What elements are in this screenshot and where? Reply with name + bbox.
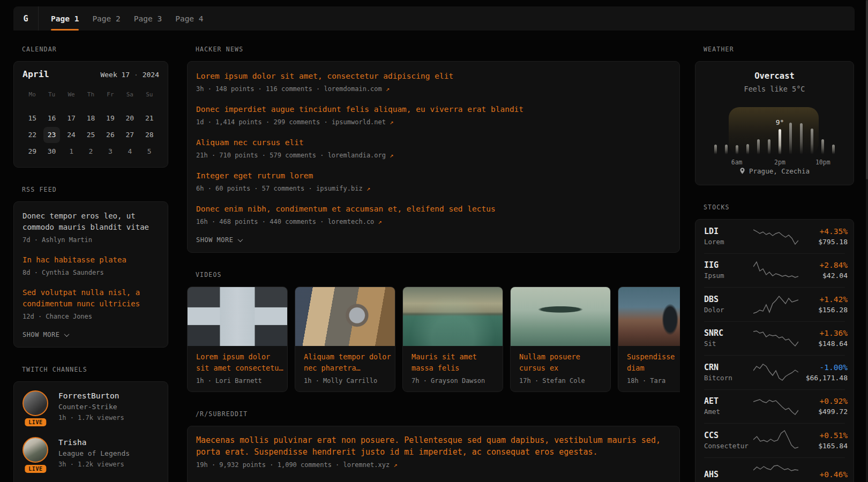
stock-row[interactable]: AHS +0.46% xyxy=(704,458,845,482)
stock-row[interactable]: DBS Dolor +1.42% $156.28 xyxy=(704,288,845,322)
calendar-day: 29 xyxy=(24,144,40,160)
stock-price: $165.84 xyxy=(798,441,848,451)
weather-location-text: Prague, Czechia xyxy=(749,167,810,175)
stock-ticker: IIG xyxy=(704,260,753,270)
hackernews-item-domain[interactable]: loremlandia.org xyxy=(328,152,386,159)
page-tab[interactable]: Page 3 xyxy=(134,6,162,31)
rss-section: RSS FEED Donec tempor eros leo, ut commo… xyxy=(13,186,168,348)
stock-id: CRN Bitcorn xyxy=(704,362,753,383)
hackernews-item-meta: 21h · 710 points · 579 comments · loreml… xyxy=(196,150,671,160)
hackernews-item-title[interactable]: Integer eget rutrum lorem xyxy=(196,170,671,182)
hackernews-item-domain[interactable]: ipsumify.biz xyxy=(316,185,363,192)
stock-name: Ipsum xyxy=(704,270,753,281)
hackernews-item: Donec imperdiet augue tincidunt felis al… xyxy=(196,103,671,127)
sparkline-chart xyxy=(753,225,798,247)
stock-row[interactable]: LDI Lorem +4.35% $795.18 xyxy=(704,220,845,254)
calendar-day: 25 xyxy=(83,127,99,143)
external-link-icon: ↗ xyxy=(390,152,393,159)
stock-change: +2.84% xyxy=(798,260,848,270)
rss-item-title[interactable]: In hac habitasse platea xyxy=(23,254,159,266)
video-card[interactable]: Nullam posuere cursus ex 17h · Stefan Co… xyxy=(510,287,611,392)
hackernews-item-title[interactable]: Lorem ipsum dolor sit amet, consectetur … xyxy=(196,70,671,82)
rss-show-more-button[interactable]: SHOW MORE xyxy=(23,331,159,338)
show-more-label: SHOW MORE xyxy=(23,331,60,338)
current-temp-label: 9° xyxy=(776,119,784,126)
stock-row[interactable]: CCS Consectetur +0.51% $165.84 xyxy=(704,424,845,458)
video-card[interactable]: Mauris sit amet massa felis 7h · Grayson… xyxy=(402,287,503,392)
calendar-day: 21 xyxy=(141,110,158,126)
twitch-channel-name[interactable]: Trisha xyxy=(58,437,130,448)
stock-sparkline xyxy=(753,225,798,247)
video-title[interactable]: Aliquam tempor dolor nec pharetra… xyxy=(295,346,395,374)
videos-section: VIDEOS Lorem ipsum dolor sit amet consec… xyxy=(187,271,680,392)
calendar-day: 2 xyxy=(83,144,99,160)
hackernews-item-title[interactable]: Donec enim nibh, condimentum et accumsan… xyxy=(196,203,671,215)
video-title-line2: nec pharetra… xyxy=(304,363,386,374)
rss-item-title[interactable]: Donec tempor eros leo, ut commodo mauris… xyxy=(23,210,159,233)
middle-column: HACKER NEWS Lorem ipsum dolor sit amet, … xyxy=(187,46,680,482)
subreddit-item: Maecenas mollis pulvinar erat non posuer… xyxy=(196,435,671,470)
video-card[interactable]: Suspendisse diam 18h · Tara xyxy=(618,287,680,392)
calendar-day: 4 xyxy=(122,144,138,160)
video-thumbnail[interactable] xyxy=(511,287,610,346)
weather-temp-bar xyxy=(746,144,749,154)
rss-item: In hac habitasse platea 8d · Cynthia Sau… xyxy=(23,254,159,277)
video-title[interactable]: Suspendisse diam xyxy=(618,346,680,374)
hackernews-item-domain[interactable]: ipsumworld.net xyxy=(332,118,386,126)
hackernews-item-stats: 21h · 710 points · 579 comments · xyxy=(196,152,328,159)
hackernews-show-more-button[interactable]: SHOW MORE xyxy=(196,236,671,244)
video-title[interactable]: Lorem ipsum dolor sit amet consectetu… xyxy=(188,346,287,374)
external-link-icon: ↗ xyxy=(366,185,370,192)
weather-hour-slot xyxy=(798,105,805,154)
stock-row[interactable]: SNRC Sit +1.36% $148.64 xyxy=(704,322,845,356)
video-thumbnail[interactable] xyxy=(403,287,503,346)
stock-change: +1.36% xyxy=(798,328,848,338)
subreddit-item-title[interactable]: Maecenas mollis pulvinar erat non posuer… xyxy=(196,435,671,458)
location-pin-icon xyxy=(739,168,745,175)
stock-change: +0.46% xyxy=(798,469,848,480)
twitch-widget: LIVE ForrestBurton Counter-Strike 1h · 1… xyxy=(13,381,168,482)
video-meta: 18h · Tara xyxy=(618,374,680,391)
stock-price: $499.72 xyxy=(798,406,848,417)
hackernews-widget: Lorem ipsum dolor sit amet, consectetur … xyxy=(187,61,680,253)
rss-item-title[interactable]: Sed volutpat nulla nisl, a condimentum n… xyxy=(23,287,159,310)
twitch-channel-row[interactable]: LIVE Trisha League of Legends 3h · 1.2k … xyxy=(23,437,159,470)
stock-row[interactable]: IIG Ipsum +2.84% $42.04 xyxy=(704,254,845,288)
stock-id: SNRC Sit xyxy=(704,328,753,349)
rss-widget: Donec tempor eros leo, ut commodo mauris… xyxy=(13,201,168,348)
stock-values: +0.51% $165.84 xyxy=(798,430,848,451)
left-column: CALENDAR April Week 17 · 2024 Mo Tu We T… xyxy=(13,46,168,482)
hackernews-item-domain[interactable]: loremdomain.com xyxy=(324,85,381,93)
twitch-channel-name[interactable]: ForrestBurton xyxy=(58,390,124,401)
subreddit-section: /R/SUBREDDIT Maecenas mollis pulvinar er… xyxy=(187,410,680,482)
video-card[interactable]: Lorem ipsum dolor sit amet consectetu… 1… xyxy=(187,287,288,392)
video-thumbnail[interactable] xyxy=(295,287,395,346)
calendar-section: CALENDAR April Week 17 · 2024 Mo Tu We T… xyxy=(13,46,168,168)
scrollbar-thumb[interactable] xyxy=(866,0,868,179)
calendar-header: April Week 17 · 2024 xyxy=(23,69,159,79)
page-tab[interactable]: Page 2 xyxy=(92,6,120,31)
hackernews-item-domain[interactable]: loremtech.co xyxy=(328,218,375,225)
calendar-day: 26 xyxy=(102,127,118,143)
twitch-avatar-wrap: LIVE xyxy=(23,437,50,470)
page-tab[interactable]: Page 4 xyxy=(175,6,203,31)
video-thumbnail[interactable] xyxy=(618,287,680,346)
weather-condition: Overcast xyxy=(704,71,845,81)
stock-row[interactable]: AET Amet +0.92% $499.72 xyxy=(704,390,845,424)
weather-hour-slot xyxy=(787,105,795,154)
stock-row[interactable]: CRN Bitcorn -1.00% $66,171.48 xyxy=(704,356,845,390)
video-card[interactable]: Aliquam tempor dolor nec pharetra… 1h · … xyxy=(295,287,395,392)
video-title[interactable]: Nullam posuere cursus ex xyxy=(511,346,610,374)
subreddit-item-domain[interactable]: loremnet.xyz xyxy=(343,461,390,469)
hackernews-item-title[interactable]: Donec imperdiet augue tincidunt felis al… xyxy=(196,103,671,115)
video-meta: 1h · Molly Carrillo xyxy=(295,374,395,391)
twitch-channel-row[interactable]: LIVE ForrestBurton Counter-Strike 1h · 1… xyxy=(23,390,159,423)
hackernews-item: Lorem ipsum dolor sit amet, consectetur … xyxy=(196,70,671,94)
video-title[interactable]: Mauris sit amet massa felis xyxy=(403,346,503,374)
stock-change: +0.51% xyxy=(798,430,848,441)
video-meta: 7h · Grayson Dawson xyxy=(403,374,503,391)
video-thumbnail[interactable] xyxy=(188,287,287,346)
hackernews-item-title[interactable]: Aliquam nec cursus elit xyxy=(196,137,671,148)
stock-ticker: AHS xyxy=(704,469,753,480)
page-tab[interactable]: Page 1 xyxy=(51,6,79,31)
